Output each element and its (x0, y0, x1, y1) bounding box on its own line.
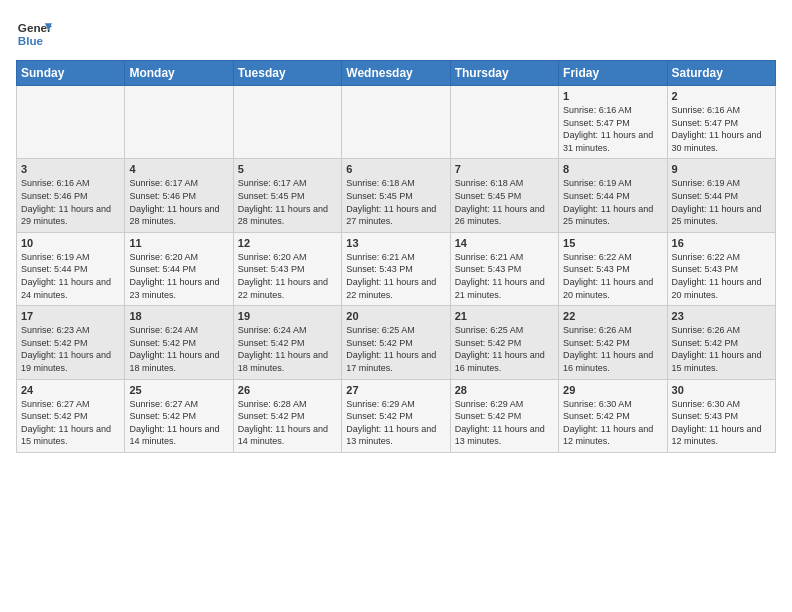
day-number: 27 (346, 384, 445, 396)
day-number: 16 (672, 237, 771, 249)
calendar-cell (450, 86, 558, 159)
day-info: Sunrise: 6:24 AM Sunset: 5:42 PM Dayligh… (238, 324, 337, 374)
day-info: Sunrise: 6:26 AM Sunset: 5:42 PM Dayligh… (563, 324, 662, 374)
calendar-header-row: SundayMondayTuesdayWednesdayThursdayFrid… (17, 61, 776, 86)
calendar-week-4: 17Sunrise: 6:23 AM Sunset: 5:42 PM Dayli… (17, 306, 776, 379)
day-info: Sunrise: 6:19 AM Sunset: 5:44 PM Dayligh… (21, 251, 120, 301)
calendar-cell: 3Sunrise: 6:16 AM Sunset: 5:46 PM Daylig… (17, 159, 125, 232)
day-number: 22 (563, 310, 662, 322)
calendar-cell: 29Sunrise: 6:30 AM Sunset: 5:42 PM Dayli… (559, 379, 667, 452)
day-info: Sunrise: 6:21 AM Sunset: 5:43 PM Dayligh… (346, 251, 445, 301)
day-header-tuesday: Tuesday (233, 61, 341, 86)
calendar-week-3: 10Sunrise: 6:19 AM Sunset: 5:44 PM Dayli… (17, 232, 776, 305)
calendar-cell (125, 86, 233, 159)
calendar-week-5: 24Sunrise: 6:27 AM Sunset: 5:42 PM Dayli… (17, 379, 776, 452)
calendar-cell: 2Sunrise: 6:16 AM Sunset: 5:47 PM Daylig… (667, 86, 775, 159)
day-info: Sunrise: 6:26 AM Sunset: 5:42 PM Dayligh… (672, 324, 771, 374)
day-info: Sunrise: 6:25 AM Sunset: 5:42 PM Dayligh… (346, 324, 445, 374)
day-info: Sunrise: 6:16 AM Sunset: 5:47 PM Dayligh… (563, 104, 662, 154)
calendar-cell: 19Sunrise: 6:24 AM Sunset: 5:42 PM Dayli… (233, 306, 341, 379)
day-header-friday: Friday (559, 61, 667, 86)
calendar-cell: 16Sunrise: 6:22 AM Sunset: 5:43 PM Dayli… (667, 232, 775, 305)
day-info: Sunrise: 6:28 AM Sunset: 5:42 PM Dayligh… (238, 398, 337, 448)
day-info: Sunrise: 6:27 AM Sunset: 5:42 PM Dayligh… (21, 398, 120, 448)
day-number: 30 (672, 384, 771, 396)
day-info: Sunrise: 6:20 AM Sunset: 5:43 PM Dayligh… (238, 251, 337, 301)
day-info: Sunrise: 6:22 AM Sunset: 5:43 PM Dayligh… (563, 251, 662, 301)
day-info: Sunrise: 6:23 AM Sunset: 5:42 PM Dayligh… (21, 324, 120, 374)
day-number: 11 (129, 237, 228, 249)
day-info: Sunrise: 6:20 AM Sunset: 5:44 PM Dayligh… (129, 251, 228, 301)
calendar-cell: 28Sunrise: 6:29 AM Sunset: 5:42 PM Dayli… (450, 379, 558, 452)
day-header-sunday: Sunday (17, 61, 125, 86)
day-number: 15 (563, 237, 662, 249)
day-number: 20 (346, 310, 445, 322)
day-number: 29 (563, 384, 662, 396)
day-info: Sunrise: 6:17 AM Sunset: 5:45 PM Dayligh… (238, 177, 337, 227)
day-number: 4 (129, 163, 228, 175)
calendar-cell: 20Sunrise: 6:25 AM Sunset: 5:42 PM Dayli… (342, 306, 450, 379)
calendar-cell: 1Sunrise: 6:16 AM Sunset: 5:47 PM Daylig… (559, 86, 667, 159)
day-number: 13 (346, 237, 445, 249)
day-number: 23 (672, 310, 771, 322)
day-info: Sunrise: 6:18 AM Sunset: 5:45 PM Dayligh… (346, 177, 445, 227)
calendar-cell: 27Sunrise: 6:29 AM Sunset: 5:42 PM Dayli… (342, 379, 450, 452)
day-number: 12 (238, 237, 337, 249)
day-info: Sunrise: 6:17 AM Sunset: 5:46 PM Dayligh… (129, 177, 228, 227)
calendar-cell: 5Sunrise: 6:17 AM Sunset: 5:45 PM Daylig… (233, 159, 341, 232)
calendar-cell: 12Sunrise: 6:20 AM Sunset: 5:43 PM Dayli… (233, 232, 341, 305)
day-info: Sunrise: 6:16 AM Sunset: 5:46 PM Dayligh… (21, 177, 120, 227)
day-header-saturday: Saturday (667, 61, 775, 86)
calendar-table: SundayMondayTuesdayWednesdayThursdayFrid… (16, 60, 776, 453)
calendar-cell: 10Sunrise: 6:19 AM Sunset: 5:44 PM Dayli… (17, 232, 125, 305)
calendar-cell: 18Sunrise: 6:24 AM Sunset: 5:42 PM Dayli… (125, 306, 233, 379)
day-info: Sunrise: 6:24 AM Sunset: 5:42 PM Dayligh… (129, 324, 228, 374)
calendar-cell: 11Sunrise: 6:20 AM Sunset: 5:44 PM Dayli… (125, 232, 233, 305)
day-number: 2 (672, 90, 771, 102)
calendar-cell: 8Sunrise: 6:19 AM Sunset: 5:44 PM Daylig… (559, 159, 667, 232)
day-number: 26 (238, 384, 337, 396)
calendar-cell: 23Sunrise: 6:26 AM Sunset: 5:42 PM Dayli… (667, 306, 775, 379)
calendar-cell: 7Sunrise: 6:18 AM Sunset: 5:45 PM Daylig… (450, 159, 558, 232)
svg-text:Blue: Blue (18, 34, 44, 47)
calendar-cell: 22Sunrise: 6:26 AM Sunset: 5:42 PM Dayli… (559, 306, 667, 379)
day-info: Sunrise: 6:30 AM Sunset: 5:43 PM Dayligh… (672, 398, 771, 448)
calendar-cell: 4Sunrise: 6:17 AM Sunset: 5:46 PM Daylig… (125, 159, 233, 232)
page-header: General Blue (16, 16, 776, 52)
svg-text:General: General (18, 21, 52, 34)
day-info: Sunrise: 6:25 AM Sunset: 5:42 PM Dayligh… (455, 324, 554, 374)
calendar-cell (342, 86, 450, 159)
calendar-cell: 14Sunrise: 6:21 AM Sunset: 5:43 PM Dayli… (450, 232, 558, 305)
day-number: 5 (238, 163, 337, 175)
day-header-thursday: Thursday (450, 61, 558, 86)
day-number: 10 (21, 237, 120, 249)
calendar-cell: 13Sunrise: 6:21 AM Sunset: 5:43 PM Dayli… (342, 232, 450, 305)
day-number: 9 (672, 163, 771, 175)
day-info: Sunrise: 6:18 AM Sunset: 5:45 PM Dayligh… (455, 177, 554, 227)
calendar-week-2: 3Sunrise: 6:16 AM Sunset: 5:46 PM Daylig… (17, 159, 776, 232)
calendar-cell: 15Sunrise: 6:22 AM Sunset: 5:43 PM Dayli… (559, 232, 667, 305)
calendar-cell (17, 86, 125, 159)
calendar-cell: 6Sunrise: 6:18 AM Sunset: 5:45 PM Daylig… (342, 159, 450, 232)
day-number: 7 (455, 163, 554, 175)
day-info: Sunrise: 6:30 AM Sunset: 5:42 PM Dayligh… (563, 398, 662, 448)
calendar-cell: 30Sunrise: 6:30 AM Sunset: 5:43 PM Dayli… (667, 379, 775, 452)
day-number: 3 (21, 163, 120, 175)
calendar-cell: 9Sunrise: 6:19 AM Sunset: 5:44 PM Daylig… (667, 159, 775, 232)
day-info: Sunrise: 6:19 AM Sunset: 5:44 PM Dayligh… (563, 177, 662, 227)
calendar-week-1: 1Sunrise: 6:16 AM Sunset: 5:47 PM Daylig… (17, 86, 776, 159)
calendar-cell: 17Sunrise: 6:23 AM Sunset: 5:42 PM Dayli… (17, 306, 125, 379)
day-number: 8 (563, 163, 662, 175)
day-number: 28 (455, 384, 554, 396)
day-number: 6 (346, 163, 445, 175)
calendar-cell (233, 86, 341, 159)
day-info: Sunrise: 6:19 AM Sunset: 5:44 PM Dayligh… (672, 177, 771, 227)
day-header-monday: Monday (125, 61, 233, 86)
calendar-cell: 21Sunrise: 6:25 AM Sunset: 5:42 PM Dayli… (450, 306, 558, 379)
day-number: 21 (455, 310, 554, 322)
day-number: 1 (563, 90, 662, 102)
calendar-cell: 25Sunrise: 6:27 AM Sunset: 5:42 PM Dayli… (125, 379, 233, 452)
day-number: 25 (129, 384, 228, 396)
day-number: 17 (21, 310, 120, 322)
day-info: Sunrise: 6:22 AM Sunset: 5:43 PM Dayligh… (672, 251, 771, 301)
